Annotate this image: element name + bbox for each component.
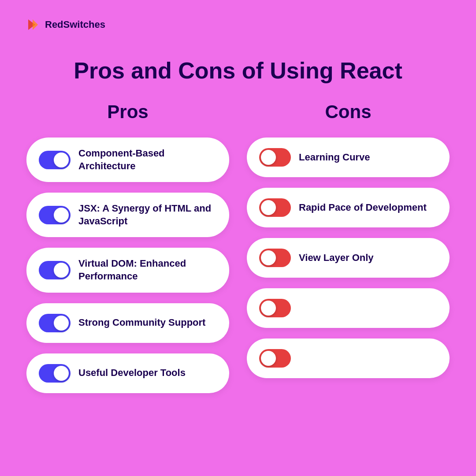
toggle-knob-con3 [261, 250, 276, 265]
toggle-knob-con1 [261, 150, 276, 165]
con2-label: Rapid Pace of Development [299, 201, 427, 214]
content-area: Pros Component-Based Architecture JSX: A… [0, 101, 476, 393]
cons-header: Cons [325, 101, 372, 123]
con-card-5 [247, 338, 450, 378]
con1-label: Learning Curve [299, 151, 370, 164]
pro4-label: Strong Community Support [78, 316, 205, 329]
con-card-2: Rapid Pace of Development [247, 188, 450, 227]
pro-card-4: Strong Community Support [26, 303, 229, 343]
pros-column: Pros Component-Based Architecture JSX: A… [26, 101, 229, 393]
svg-marker-1 [33, 19, 38, 30]
logo: RedSwitches [26, 18, 105, 32]
pro-card-3: Virtual DOM: Enhanced Performance [26, 248, 229, 292]
toggle-con1[interactable] [259, 148, 291, 167]
pro-card-5: Useful Developer Tools [26, 353, 229, 393]
toggle-con2[interactable] [259, 198, 291, 217]
con-card-3: View Layer Only [247, 238, 450, 278]
toggle-knob-con4 [261, 301, 276, 316]
con-card-4 [247, 288, 450, 328]
toggle-knob-pro3 [54, 263, 69, 278]
toggle-knob-pro5 [54, 366, 69, 381]
toggle-pro5[interactable] [39, 364, 71, 383]
toggle-pro3[interactable] [39, 261, 71, 279]
pro3-label: Virtual DOM: Enhanced Performance [78, 257, 217, 283]
con3-label: View Layer Only [299, 252, 374, 264]
pro1-label: Component-Based Architecture [78, 147, 217, 172]
toggle-knob-pro4 [54, 316, 69, 331]
cons-column: Cons Learning Curve Rapid Pace of Develo… [247, 101, 450, 393]
page-title: Pros and Cons of Using React [0, 57, 476, 84]
pro5-label: Useful Developer Tools [78, 367, 186, 379]
toggle-pro4[interactable] [39, 314, 71, 332]
toggle-con3[interactable] [259, 249, 291, 267]
con-card-1: Learning Curve [247, 138, 450, 177]
toggle-con5[interactable] [259, 349, 291, 368]
toggle-knob-pro2 [54, 208, 69, 223]
pro-card-1: Component-Based Architecture [26, 138, 229, 182]
toggle-knob-con2 [261, 200, 276, 215]
redswitches-logo-icon [26, 18, 41, 32]
pro2-label: JSX: A Synergy of HTML and JavaScript [78, 202, 217, 227]
toggle-con4[interactable] [259, 299, 291, 317]
toggle-knob-con5 [261, 351, 276, 366]
pros-header: Pros [107, 101, 148, 123]
logo-text: RedSwitches [45, 19, 105, 30]
toggle-pro2[interactable] [39, 206, 71, 224]
pro-card-2: JSX: A Synergy of HTML and JavaScript [26, 193, 229, 237]
toggle-pro1[interactable] [39, 151, 71, 169]
toggle-knob-pro1 [54, 152, 69, 167]
